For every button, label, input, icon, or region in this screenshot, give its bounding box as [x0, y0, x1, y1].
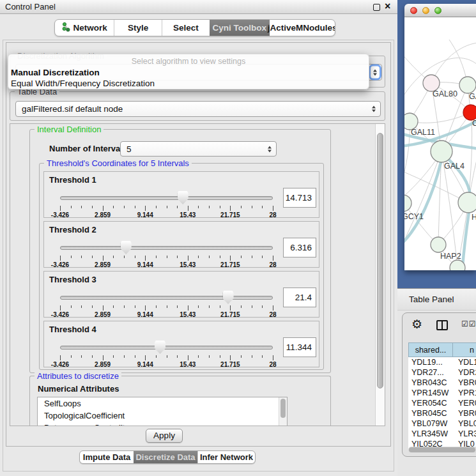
settings-scrollpane: Interval Definition Number of Intervals …: [10, 123, 385, 426]
table-data-fieldset: Table Data galFiltered.sif default node: [10, 91, 385, 121]
svg-text:GAL11: GAL11: [411, 128, 435, 137]
table-cell: YBR043C: [408, 378, 453, 388]
table-body: YDL19...YDL1YDR27...YDR2YBR043CYBR0YPR14…: [408, 357, 476, 449]
network-window: GAL80GACGAL11GAL4GCY1HHAP2: [404, 4, 476, 270]
table-row[interactable]: YPR145WYPR1: [408, 388, 476, 398]
svg-text:C: C: [472, 119, 476, 128]
slider-scale-labels: -3.4262.8599.14415.4321.71528: [60, 311, 273, 318]
table-row[interactable]: YLR345WYLR3: [408, 429, 476, 439]
tab-label: Network: [73, 23, 107, 33]
popup-item-manual-discretization[interactable]: Manual Discretization: [11, 68, 369, 77]
table-data-combobox[interactable]: galFiltered.sif default node: [15, 101, 381, 117]
tab-label: Select: [173, 23, 199, 33]
apply-button[interactable]: Apply: [146, 429, 183, 443]
slider-ticks: [60, 355, 273, 361]
tab-network[interactable]: Network: [55, 20, 114, 36]
table-row[interactable]: YBR043CYBR0: [408, 378, 476, 388]
attributes-fieldset: Attributes to discretize Numerical Attri…: [29, 376, 331, 426]
close-icon[interactable]: ×: [385, 1, 390, 12]
combo-spinner[interactable]: [265, 143, 274, 155]
svg-text:GAL4: GAL4: [444, 162, 464, 171]
list-item[interactable]: BetweennessCentrality: [38, 422, 287, 426]
threshold-value-field[interactable]: 14.713: [283, 188, 316, 208]
threshold-value-field[interactable]: 11.344: [283, 337, 316, 357]
panel-title: Control Panel: [5, 0, 56, 14]
num-intervals-combobox[interactable]: 5: [120, 141, 277, 157]
list-item[interactable]: TopologicalCoefficient: [38, 410, 287, 422]
table-cell: YDL19...: [408, 357, 453, 367]
svg-text:GAL80: GAL80: [433, 89, 457, 98]
tab-discretize-data[interactable]: Discretize Data: [134, 451, 197, 463]
fieldset-title: Threshold's Coordinates for 5 Intervals: [44, 158, 192, 168]
vertical-scrollbar[interactable]: [375, 124, 385, 426]
tab-select[interactable]: Select: [162, 20, 210, 36]
threshold-value-field[interactable]: 21.4: [283, 288, 316, 307]
list-item[interactable]: SelfLoops: [38, 397, 287, 410]
close-traffic-light-icon[interactable]: [410, 7, 417, 14]
slider-thumb[interactable]: [155, 341, 165, 354]
panel-outer-frame: Discretization Algorithm Table Data galF…: [3, 40, 394, 472]
svg-text:HAP2: HAP2: [440, 252, 461, 261]
fieldset-title: Attributes to discretize: [35, 371, 121, 381]
threshold-label: Threshold 4: [49, 325, 96, 334]
popup-prompt: Select algorithm to view settings: [8, 57, 369, 66]
slider-thumb[interactable]: [178, 191, 188, 204]
slider-scale-labels: -3.4262.8599.14415.4321.71528: [60, 361, 273, 368]
table-cell: YBR0: [453, 408, 476, 418]
slider-track[interactable]: [60, 296, 273, 300]
network-graph[interactable]: GAL80GACGAL11GAL4GCY1HHAP2: [404, 17, 476, 270]
slider-track[interactable]: [60, 196, 273, 200]
zoom-traffic-light-icon[interactable]: [434, 7, 441, 14]
table-cell: YDR2: [453, 367, 476, 378]
table-row[interactable]: YER054CYER0: [408, 398, 476, 408]
slider-scale-labels: -3.4262.8599.14415.4321.71528: [60, 211, 273, 219]
threshold-label: Threshold 2: [49, 225, 96, 234]
combo-spinner[interactable]: [371, 66, 380, 79]
slider-thumb[interactable]: [121, 241, 132, 254]
table-row[interactable]: YBL079WYBL0: [408, 418, 476, 429]
node-table[interactable]: shared...n YDL19...YDL1YDR27...YDR2YBR04…: [408, 342, 476, 449]
tab-label: Cyni Toolbox: [213, 23, 267, 33]
popup-item-equal-width-frequency[interactable]: Equal Width/Frequency Discretization: [11, 79, 369, 88]
checkbox-icons[interactable]: ☑☑: [461, 319, 476, 328]
tab-style[interactable]: Style: [114, 20, 162, 36]
scrollbar-thumb[interactable]: [377, 133, 383, 388]
bottom-tab-bar: Impute DataDiscretize DataInfer Network: [79, 450, 256, 464]
threshold-panel-threshold-4: Threshold 4-3.4262.8599.14415.4321.71528…: [43, 321, 319, 367]
slider-track[interactable]: [60, 346, 273, 349]
slider-thumb[interactable]: [223, 291, 234, 304]
algorithm-dropdown-popup: Select algorithm to view settings Manual…: [8, 54, 369, 89]
table-row[interactable]: YBR045CYBR0: [408, 408, 476, 418]
network-window-frame: GAL80GACGAL11GAL4GCY1HHAP2: [397, 0, 476, 288]
num-intervals-label: Number of Intervals: [49, 144, 127, 153]
tab-jactivemnodules[interactable]: jActiveMNodules: [270, 20, 335, 36]
table-cell: YLR3: [453, 429, 476, 439]
threshold-value-field[interactable]: 6.316: [283, 238, 316, 257]
network-window-titlebar: [404, 4, 476, 17]
gear-icon[interactable]: ⚙: [411, 318, 422, 331]
table-row[interactable]: YDR27...YDR2: [408, 367, 476, 378]
network-view-canvas[interactable]: GAL80GACGAL11GAL4GCY1HHAP2: [404, 17, 476, 270]
fieldset-title: Interval Definition: [35, 125, 104, 134]
horizontal-scrollbar[interactable]: [408, 447, 476, 453]
tab-infer-network[interactable]: Infer Network: [197, 451, 255, 463]
column-header-n[interactable]: n: [453, 342, 476, 357]
combo-spinner[interactable]: [369, 103, 378, 115]
columns-icon[interactable]: [436, 320, 448, 330]
column-header-shared[interactable]: shared...: [408, 342, 453, 357]
slider-track[interactable]: [60, 246, 273, 250]
control-panel-titlebar: Control Panel ×: [0, 0, 397, 14]
scrollbar-thumb[interactable]: [409, 447, 475, 452]
interval-definition-fieldset: Interval Definition Number of Intervals …: [29, 129, 331, 373]
threshold-label: Threshold 1: [49, 175, 96, 185]
control-panel: Control Panel × NetworkStyleSelectCyni T…: [0, 0, 397, 476]
attributes-listbox[interactable]: SelfLoopsTopologicalCoefficientBetweenne…: [37, 397, 288, 426]
table-row[interactable]: YDL19...YDL1: [408, 357, 476, 367]
minimize-traffic-light-icon[interactable]: [422, 7, 429, 14]
threshold-panel-threshold-3: Threshold 3-3.4262.8599.14415.4321.71528…: [43, 271, 319, 318]
tab-label: Style: [128, 23, 148, 33]
tab-impute-data[interactable]: Impute Data: [80, 451, 134, 463]
list-scrollbar[interactable]: [279, 397, 287, 426]
float-window-icon[interactable]: [373, 4, 380, 11]
tab-cyni-toolbox[interactable]: Cyni Toolbox: [210, 20, 270, 36]
